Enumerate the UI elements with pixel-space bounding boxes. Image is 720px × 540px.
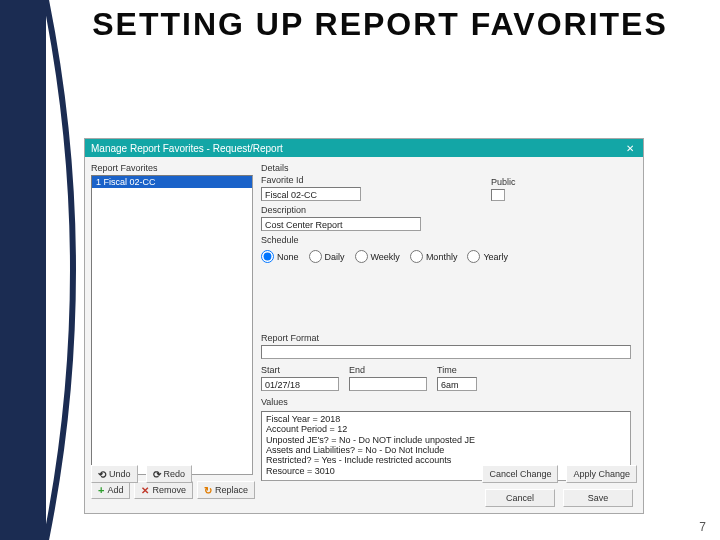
schedule-option-daily[interactable]: Daily <box>309 250 345 263</box>
details-heading: Details <box>261 163 637 173</box>
values-line: Fiscal Year = 2018 <box>266 414 626 424</box>
close-icon[interactable]: ✕ <box>623 141 637 155</box>
public-label: Public <box>491 177 516 187</box>
report-favorites-list[interactable]: 1 Fiscal 02-CC <box>91 175 253 475</box>
start-label: Start <box>261 365 339 375</box>
report-favorites-label: Report Favorites <box>91 163 253 173</box>
values-line: Account Period = 12 <box>266 424 626 434</box>
undo-button[interactable]: ⟲ Undo <box>91 465 138 483</box>
schedule-label: Schedule <box>261 235 637 245</box>
apply-change-button-label: Apply Change <box>573 469 630 479</box>
values-label: Values <box>261 397 637 407</box>
report-format-label: Report Format <box>261 333 637 343</box>
redo-icon: ⟳ <box>153 469 161 480</box>
cancel-button[interactable]: Cancel <box>485 489 555 507</box>
time-field[interactable]: 6am <box>437 377 477 391</box>
manage-report-favorites-dialog: Manage Report Favorites - Request/Report… <box>84 138 644 514</box>
dialog-titlebar: Manage Report Favorites - Request/Report… <box>85 139 643 157</box>
cancel-button-label: Cancel <box>506 493 534 503</box>
schedule-option-monthly[interactable]: Monthly <box>410 250 458 263</box>
end-label: End <box>349 365 427 375</box>
description-label: Description <box>261 205 421 215</box>
cancel-change-button[interactable]: Cancel Change <box>482 465 558 483</box>
slide-title: SETTING UP REPORT FAVORITES <box>80 8 680 42</box>
redo-button-label: Redo <box>164 469 186 479</box>
redo-button[interactable]: ⟳ Redo <box>146 465 193 483</box>
report-format-field[interactable] <box>261 345 631 359</box>
cancel-change-button-label: Cancel Change <box>489 469 551 479</box>
time-label: Time <box>437 365 477 375</box>
undo-icon: ⟲ <box>98 469 106 480</box>
favorite-id-field[interactable]: Fiscal 02-CC <box>261 187 361 201</box>
save-button[interactable]: Save <box>563 489 633 507</box>
save-button-label: Save <box>588 493 609 503</box>
schedule-option-yearly[interactable]: Yearly <box>467 250 508 263</box>
apply-change-button[interactable]: Apply Change <box>566 465 637 483</box>
values-line: Assets and Liabilities? = No - Do Not In… <box>266 445 626 455</box>
end-field[interactable] <box>349 377 427 391</box>
values-line: Unposted JE's? = No - Do NOT include unp… <box>266 435 626 445</box>
list-item[interactable]: 1 Fiscal 02-CC <box>92 176 252 188</box>
favorite-id-label: Favorite Id <box>261 175 361 185</box>
schedule-option-weekly[interactable]: Weekly <box>355 250 400 263</box>
schedule-option-none[interactable]: None <box>261 250 299 263</box>
description-field[interactable]: Cost Center Report <box>261 217 421 231</box>
slide-accent-bar <box>0 0 46 540</box>
schedule-radio-group: None Daily Weekly Monthly Yearly <box>261 250 637 263</box>
undo-button-label: Undo <box>109 469 131 479</box>
public-checkbox[interactable] <box>491 189 505 201</box>
start-field[interactable]: 01/27/18 <box>261 377 339 391</box>
page-number: 7 <box>699 520 706 534</box>
dialog-title: Manage Report Favorites - Request/Report <box>91 143 283 154</box>
